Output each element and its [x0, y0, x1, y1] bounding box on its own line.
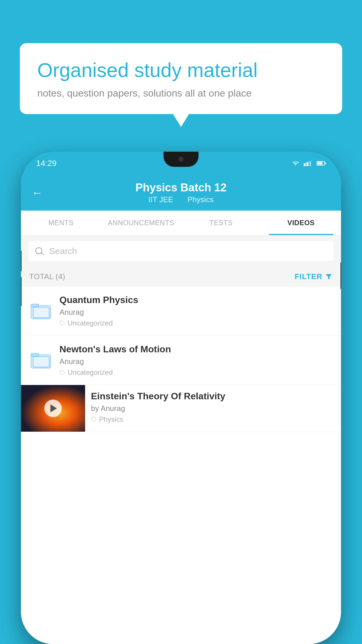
battery-icon — [317, 160, 326, 167]
status-bar: 14:29 — [21, 152, 341, 175]
filter-bar: TOTAL (4) FILTER — [21, 267, 341, 286]
phone-frame: 14:29 — [21, 152, 341, 644]
app-header: ← Physics Batch 12 IIT JEE Physics — [21, 175, 341, 211]
folder-icon — [30, 300, 51, 321]
video-list: Quantum Physics Anurag Uncategorized — [21, 286, 341, 644]
tag-label: Uncategorized — [68, 368, 113, 377]
folder-icon — [30, 350, 51, 371]
svg-point-9 — [61, 322, 62, 323]
header-subtitle: IIT JEE Physics — [145, 195, 216, 204]
total-count: TOTAL (4) — [29, 272, 65, 281]
status-time: 14:29 — [36, 159, 57, 168]
search-placeholder: Search — [49, 246, 77, 256]
speech-bubble: Organised study material notes, question… — [20, 43, 342, 114]
list-item[interactable]: Einstein's Theory Of Relativity by Anura… — [21, 385, 341, 432]
subtitle-part2: Physics — [187, 195, 214, 204]
list-item[interactable]: Quantum Physics Anurag Uncategorized — [21, 286, 341, 336]
bubble-subtitle: notes, question papers, solutions all at… — [37, 88, 325, 99]
tag-icon — [59, 370, 65, 375]
tabs-bar: MENTS ANNOUNCEMENTS TESTS VIDEOS — [21, 211, 341, 235]
volume-down-button[interactable] — [21, 277, 22, 306]
svg-rect-4 — [317, 162, 322, 164]
item-author: Anurag — [59, 308, 333, 317]
svg-rect-5 — [325, 162, 326, 164]
svg-rect-7 — [31, 304, 38, 307]
play-triangle-icon — [50, 404, 57, 412]
item-tag: Uncategorized — [59, 368, 333, 377]
tab-videos[interactable]: VIDEOS — [261, 211, 341, 235]
phone-inner: 14:29 — [21, 152, 341, 644]
file-icon-container — [29, 300, 52, 321]
svg-rect-0 — [304, 163, 306, 166]
tab-ments[interactable]: MENTS — [21, 211, 101, 235]
wifi-icon — [291, 160, 300, 167]
camera-dot — [178, 157, 184, 162]
list-item[interactable]: Newton's Laws of Motion Anurag Uncategor… — [21, 336, 341, 385]
subtitle-part1: IIT JEE — [148, 195, 173, 204]
svg-rect-2 — [309, 161, 311, 166]
header-title: Physics Batch 12 — [136, 181, 227, 194]
power-button[interactable] — [340, 262, 341, 289]
tag-icon — [91, 416, 97, 422]
file-icon-container — [29, 350, 52, 371]
item-info: Einstein's Theory Of Relativity by Anura… — [85, 385, 341, 429]
signal-icon — [304, 160, 313, 167]
thumbnail-bg — [21, 385, 85, 432]
item-title: Newton's Laws of Motion — [59, 344, 333, 355]
phone-screen: ← Physics Batch 12 IIT JEE Physics MENTS… — [21, 175, 341, 644]
tag-label: Uncategorized — [68, 319, 113, 327]
filter-label: FILTER — [295, 272, 322, 281]
volume-up-button[interactable] — [21, 251, 22, 271]
svg-point-13 — [61, 371, 62, 372]
back-button[interactable]: ← — [31, 187, 43, 199]
svg-rect-8 — [33, 307, 49, 318]
bubble-title: Organised study material — [37, 58, 325, 82]
svg-rect-1 — [306, 162, 308, 166]
tag-label: Physics — [99, 415, 123, 424]
search-container: Search — [21, 235, 341, 267]
notch — [164, 152, 198, 167]
item-tag: Physics — [91, 415, 335, 424]
tab-tests[interactable]: TESTS — [181, 211, 261, 235]
play-button[interactable] — [44, 400, 62, 417]
item-tag: Uncategorized — [59, 319, 333, 327]
svg-point-14 — [92, 418, 93, 419]
item-author: Anurag — [59, 357, 333, 366]
item-title: Einstein's Theory Of Relativity — [91, 391, 335, 402]
filter-icon — [325, 273, 333, 281]
tab-announcements[interactable]: ANNOUNCEMENTS — [101, 211, 181, 235]
tag-icon — [59, 320, 65, 326]
svg-rect-11 — [31, 354, 38, 356]
item-author: by Anurag — [91, 404, 335, 413]
status-icons — [291, 160, 326, 167]
speech-bubble-section: Organised study material notes, question… — [20, 43, 342, 114]
filter-button[interactable]: FILTER — [295, 272, 333, 281]
search-icon — [35, 246, 45, 256]
item-info: Newton's Laws of Motion Anurag Uncategor… — [59, 344, 333, 377]
item-info: Quantum Physics Anurag Uncategorized — [59, 295, 333, 327]
item-title: Quantum Physics — [59, 295, 333, 305]
video-thumbnail — [21, 385, 85, 432]
search-box[interactable]: Search — [28, 241, 334, 262]
svg-rect-12 — [33, 356, 49, 367]
